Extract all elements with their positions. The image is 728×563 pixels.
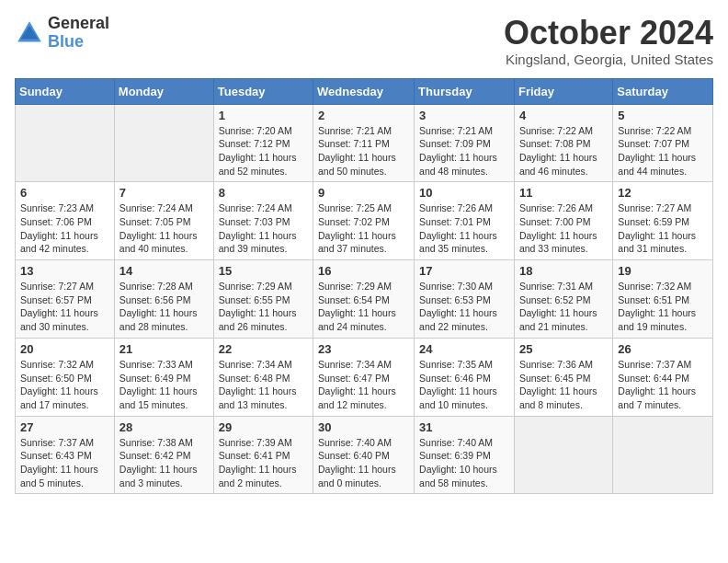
day-cell: 25Sunrise: 7:36 AMSunset: 6:45 PMDayligh… xyxy=(514,338,612,416)
day-info: Sunrise: 7:38 AMSunset: 6:42 PMDaylight:… xyxy=(119,436,209,490)
day-cell: 17Sunrise: 7:30 AMSunset: 6:53 PMDayligh… xyxy=(415,260,515,339)
day-cell: 24Sunrise: 7:35 AMSunset: 6:46 PMDayligh… xyxy=(415,338,515,416)
day-info: Sunrise: 7:31 AMSunset: 6:52 PMDaylight:… xyxy=(519,280,608,334)
day-header-saturday: Saturday xyxy=(613,78,713,104)
location-title: Kingsland, Georgia, United States xyxy=(504,52,713,67)
day-number: 22 xyxy=(219,342,308,356)
day-number: 10 xyxy=(419,186,509,200)
day-header-sunday: Sunday xyxy=(16,78,115,104)
week-row-1: 1Sunrise: 7:20 AMSunset: 7:12 PMDaylight… xyxy=(16,104,713,182)
day-info: Sunrise: 7:20 AMSunset: 7:12 PMDaylight:… xyxy=(219,124,308,178)
day-info: Sunrise: 7:40 AMSunset: 6:40 PMDaylight:… xyxy=(318,436,409,490)
day-cell xyxy=(514,416,612,494)
day-header-wednesday: Wednesday xyxy=(313,78,415,104)
calendar-table: SundayMondayTuesdayWednesdayThursdayFrid… xyxy=(15,78,713,495)
calendar-header-row: SundayMondayTuesdayWednesdayThursdayFrid… xyxy=(16,78,713,104)
day-number: 13 xyxy=(20,264,109,278)
day-info: Sunrise: 7:29 AMSunset: 6:55 PMDaylight:… xyxy=(219,280,308,334)
day-cell: 6Sunrise: 7:23 AMSunset: 7:06 PMDaylight… xyxy=(16,182,115,260)
day-number: 5 xyxy=(618,109,708,122)
day-info: Sunrise: 7:25 AMSunset: 7:02 PMDaylight:… xyxy=(318,201,409,256)
day-number: 2 xyxy=(318,109,409,122)
day-number: 6 xyxy=(20,186,109,200)
week-row-5: 27Sunrise: 7:37 AMSunset: 6:43 PMDayligh… xyxy=(16,416,713,494)
day-cell: 4Sunrise: 7:22 AMSunset: 7:08 PMDaylight… xyxy=(514,104,612,182)
day-header-tuesday: Tuesday xyxy=(213,78,313,104)
day-number: 9 xyxy=(318,186,409,200)
day-info: Sunrise: 7:24 AMSunset: 7:05 PMDaylight:… xyxy=(119,201,209,256)
day-number: 28 xyxy=(119,420,209,434)
day-cell: 11Sunrise: 7:26 AMSunset: 7:00 PMDayligh… xyxy=(514,182,612,260)
day-info: Sunrise: 7:34 AMSunset: 6:48 PMDaylight:… xyxy=(219,358,308,412)
day-cell: 9Sunrise: 7:25 AMSunset: 7:02 PMDaylight… xyxy=(313,182,415,260)
day-cell: 28Sunrise: 7:38 AMSunset: 6:42 PMDayligh… xyxy=(114,416,213,494)
week-row-2: 6Sunrise: 7:23 AMSunset: 7:06 PMDaylight… xyxy=(16,182,713,260)
day-number: 12 xyxy=(618,186,708,200)
day-cell: 12Sunrise: 7:27 AMSunset: 6:59 PMDayligh… xyxy=(613,182,713,260)
week-row-3: 13Sunrise: 7:27 AMSunset: 6:57 PMDayligh… xyxy=(16,260,713,339)
day-cell: 10Sunrise: 7:26 AMSunset: 7:01 PMDayligh… xyxy=(415,182,515,260)
day-number: 11 xyxy=(519,186,608,200)
day-cell: 16Sunrise: 7:29 AMSunset: 6:54 PMDayligh… xyxy=(313,260,415,339)
day-info: Sunrise: 7:30 AMSunset: 6:53 PMDaylight:… xyxy=(419,280,509,334)
day-info: Sunrise: 7:36 AMSunset: 6:45 PMDaylight:… xyxy=(519,358,608,412)
day-cell: 19Sunrise: 7:32 AMSunset: 6:51 PMDayligh… xyxy=(613,260,713,339)
month-title: October 2024 xyxy=(504,15,713,52)
day-cell: 13Sunrise: 7:27 AMSunset: 6:57 PMDayligh… xyxy=(16,260,115,339)
day-info: Sunrise: 7:29 AMSunset: 6:54 PMDaylight:… xyxy=(318,280,409,334)
day-number: 25 xyxy=(519,342,608,356)
day-cell: 5Sunrise: 7:22 AMSunset: 7:07 PMDaylight… xyxy=(613,104,713,182)
day-info: Sunrise: 7:32 AMSunset: 6:50 PMDaylight:… xyxy=(20,358,109,412)
day-info: Sunrise: 7:24 AMSunset: 7:03 PMDaylight:… xyxy=(219,201,308,256)
day-cell: 3Sunrise: 7:21 AMSunset: 7:09 PMDaylight… xyxy=(415,104,515,182)
day-info: Sunrise: 7:33 AMSunset: 6:49 PMDaylight:… xyxy=(119,358,209,412)
logo-blue-text: Blue xyxy=(48,33,109,52)
day-number: 30 xyxy=(318,420,409,434)
day-cell: 23Sunrise: 7:34 AMSunset: 6:47 PMDayligh… xyxy=(313,338,415,416)
day-info: Sunrise: 7:23 AMSunset: 7:06 PMDaylight:… xyxy=(20,201,109,256)
day-number: 18 xyxy=(519,264,608,278)
day-number: 1 xyxy=(219,109,308,122)
day-number: 3 xyxy=(419,109,509,122)
day-cell xyxy=(613,416,713,494)
day-number: 8 xyxy=(219,186,308,200)
day-info: Sunrise: 7:37 AMSunset: 6:44 PMDaylight:… xyxy=(618,358,708,412)
day-cell: 7Sunrise: 7:24 AMSunset: 7:05 PMDaylight… xyxy=(114,182,213,260)
page-header: General Blue October 2024 Kingsland, Geo… xyxy=(15,15,713,67)
day-info: Sunrise: 7:32 AMSunset: 6:51 PMDaylight:… xyxy=(618,280,708,334)
week-row-4: 20Sunrise: 7:32 AMSunset: 6:50 PMDayligh… xyxy=(16,338,713,416)
day-cell: 30Sunrise: 7:40 AMSunset: 6:40 PMDayligh… xyxy=(313,416,415,494)
day-cell: 27Sunrise: 7:37 AMSunset: 6:43 PMDayligh… xyxy=(16,416,115,494)
day-info: Sunrise: 7:22 AMSunset: 7:07 PMDaylight:… xyxy=(618,124,708,178)
day-info: Sunrise: 7:27 AMSunset: 6:59 PMDaylight:… xyxy=(618,201,708,256)
day-info: Sunrise: 7:27 AMSunset: 6:57 PMDaylight:… xyxy=(20,280,109,334)
day-cell xyxy=(114,104,213,182)
day-info: Sunrise: 7:39 AMSunset: 6:41 PMDaylight:… xyxy=(219,436,308,490)
logo-icon xyxy=(15,18,44,48)
day-info: Sunrise: 7:40 AMSunset: 6:39 PMDaylight:… xyxy=(419,436,509,490)
day-number: 17 xyxy=(419,264,509,278)
day-number: 26 xyxy=(618,342,708,356)
day-header-friday: Friday xyxy=(514,78,612,104)
day-number: 23 xyxy=(318,342,409,356)
day-info: Sunrise: 7:35 AMSunset: 6:46 PMDaylight:… xyxy=(419,358,509,412)
day-cell: 31Sunrise: 7:40 AMSunset: 6:39 PMDayligh… xyxy=(415,416,515,494)
day-info: Sunrise: 7:26 AMSunset: 7:01 PMDaylight:… xyxy=(419,201,509,256)
day-info: Sunrise: 7:34 AMSunset: 6:47 PMDaylight:… xyxy=(318,358,409,412)
day-info: Sunrise: 7:21 AMSunset: 7:11 PMDaylight:… xyxy=(318,124,409,178)
day-cell: 15Sunrise: 7:29 AMSunset: 6:55 PMDayligh… xyxy=(213,260,313,339)
day-header-thursday: Thursday xyxy=(415,78,515,104)
day-info: Sunrise: 7:28 AMSunset: 6:56 PMDaylight:… xyxy=(119,280,209,334)
day-info: Sunrise: 7:26 AMSunset: 7:00 PMDaylight:… xyxy=(519,201,608,256)
day-cell: 2Sunrise: 7:21 AMSunset: 7:11 PMDaylight… xyxy=(313,104,415,182)
day-number: 21 xyxy=(119,342,209,356)
title-section: October 2024 Kingsland, Georgia, United … xyxy=(504,15,713,67)
day-number: 16 xyxy=(318,264,409,278)
day-number: 14 xyxy=(119,264,209,278)
logo-general-text: General xyxy=(48,15,109,33)
day-number: 4 xyxy=(519,109,608,122)
day-cell: 22Sunrise: 7:34 AMSunset: 6:48 PMDayligh… xyxy=(213,338,313,416)
day-info: Sunrise: 7:37 AMSunset: 6:43 PMDaylight:… xyxy=(20,436,109,490)
day-cell: 8Sunrise: 7:24 AMSunset: 7:03 PMDaylight… xyxy=(213,182,313,260)
day-cell: 1Sunrise: 7:20 AMSunset: 7:12 PMDaylight… xyxy=(213,104,313,182)
